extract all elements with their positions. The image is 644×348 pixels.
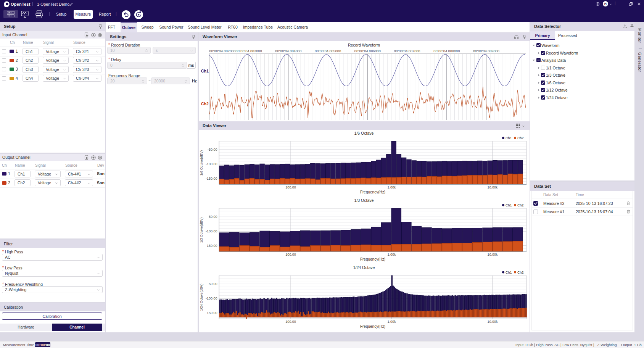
svg-text:Ch1: Ch1	[506, 136, 512, 140]
svg-text:100.00: 100.00	[285, 185, 296, 189]
svg-text:00:00:04.084000: 00:00:04.084000	[275, 49, 301, 53]
svg-text:-100.00: -100.00	[206, 229, 217, 233]
svg-text:Frequency(Hz): Frequency(Hz)	[360, 324, 385, 329]
svg-text:-50.00: -50.00	[208, 215, 217, 219]
svg-text:-100.00: -100.00	[206, 296, 217, 300]
svg-text:1/6 Octave: 1/6 Octave	[354, 131, 374, 135]
svg-text:00:00:04.082000: 00:00:04.082000	[209, 49, 235, 53]
svg-text:1.00k: 1.00k	[387, 253, 396, 256]
svg-text:-150.00: -150.00	[206, 244, 217, 248]
svg-text:10.00k: 10.00k	[487, 253, 498, 256]
svg-text:-100.00: -100.00	[206, 162, 217, 166]
svg-text:00:00:04.088000: 00:00:04.088000	[433, 49, 460, 53]
svg-text:Ch1: Ch1	[506, 271, 512, 274]
svg-text:1.00k: 1.00k	[387, 320, 396, 324]
svg-text:00:00:04.085000: 00:00:04.085000	[315, 49, 341, 53]
svg-text:1.00k: 1.00k	[387, 185, 396, 189]
svg-text:1/3 Octave: 1/3 Octave	[354, 198, 374, 203]
svg-text:100.00: 100.00	[285, 253, 296, 256]
svg-text:1/6 Octave(dBV): 1/6 Octave(dBV)	[200, 150, 203, 176]
svg-text:Frequency(Hz): Frequency(Hz)	[360, 257, 385, 261]
svg-text:Ch1: Ch1	[506, 203, 512, 207]
svg-text:00:00:04.089000: 00:00:04.089000	[473, 49, 499, 53]
svg-text:-150.00: -150.00	[206, 311, 217, 315]
svg-text:Record Waveform: Record Waveform	[348, 43, 380, 47]
svg-text:10.00k: 10.00k	[487, 320, 498, 324]
svg-text:Ch2: Ch2	[517, 203, 524, 207]
svg-text:-50.00: -50.00	[208, 282, 217, 286]
svg-text:00:00:04.086000: 00:00:04.086000	[354, 49, 381, 53]
svg-text:Frequency(Hz): Frequency(Hz)	[360, 190, 385, 194]
svg-text:-50.00: -50.00	[208, 148, 217, 151]
svg-text:Ch2: Ch2	[517, 271, 524, 274]
svg-text:-150.00: -150.00	[206, 177, 217, 180]
svg-text:Ch2: Ch2	[517, 136, 524, 140]
svg-text:1/24 Octave: 1/24 Octave	[353, 265, 375, 270]
svg-text:00:00:04.087000: 00:00:04.087000	[394, 49, 420, 53]
svg-text:100.00: 100.00	[285, 320, 296, 324]
svg-text:1/3 Octave(dBV): 1/3 Octave(dBV)	[200, 218, 203, 243]
svg-text:1/24 Octave(dBV): 1/24 Octave(dBV)	[200, 284, 203, 311]
svg-text:00:00:04.083000: 00:00:04.083000	[236, 49, 262, 53]
svg-text:10.00k: 10.00k	[487, 185, 498, 189]
